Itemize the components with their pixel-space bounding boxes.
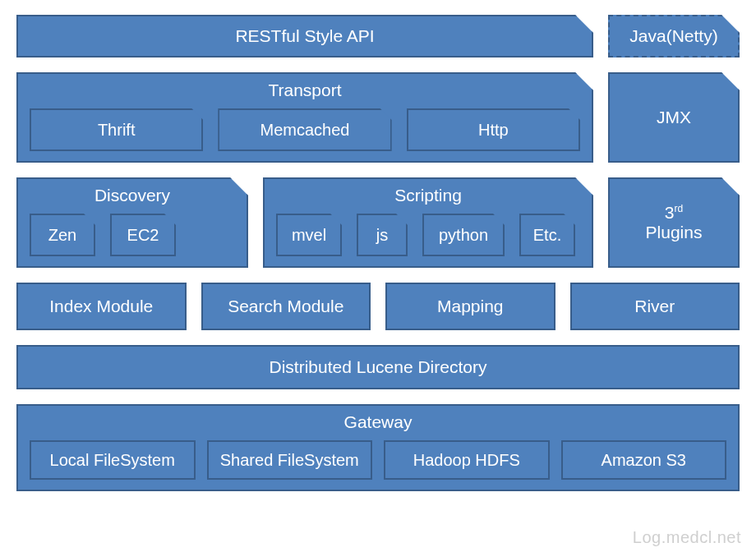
inner-shared-fs: Shared FileSystem	[207, 440, 373, 480]
plugins-line2: Plugins	[646, 223, 703, 242]
row-modules: Index Module Search Module Mapping River	[16, 283, 740, 330]
inner-etc: Etc.	[519, 214, 575, 256]
local-fs-label: Local FileSystem	[50, 451, 175, 470]
plugins-ord: rd	[675, 203, 684, 214]
transport-title: Transport	[30, 80, 580, 100]
etc-label: Etc.	[533, 226, 561, 245]
python-label: python	[439, 226, 488, 245]
inner-zen: Zen	[30, 214, 95, 256]
row-api: RESTful Style API Java(Netty)	[16, 15, 740, 58]
inner-js: js	[357, 214, 408, 256]
block-java-netty: Java(Netty)	[608, 15, 740, 58]
inner-mvel: mvel	[276, 214, 342, 256]
mapping-label: Mapping	[437, 297, 504, 316]
memcached-label: Memcached	[260, 121, 350, 140]
row-distributed: Distributed Lucene Directory	[16, 345, 740, 389]
river-label: River	[634, 297, 675, 316]
mvel-label: mvel	[292, 226, 326, 245]
restful-api-label: RESTful Style API	[235, 26, 374, 46]
inner-local-fs: Local FileSystem	[30, 440, 196, 480]
block-restful-api: RESTful Style API	[16, 15, 593, 58]
container-scripting: Scripting mvel js python Etc.	[263, 177, 593, 268]
inner-python: python	[422, 214, 505, 256]
search-module-label: Search Module	[228, 297, 343, 316]
block-mapping: Mapping	[385, 283, 555, 330]
http-label: Http	[478, 121, 509, 140]
container-gateway: Gateway Local FileSystem Shared FileSyst…	[16, 404, 740, 491]
zen-label: Zen	[48, 226, 76, 245]
transport-items: Thrift Memcached Http	[30, 108, 580, 151]
row-gateway: Gateway Local FileSystem Shared FileSyst…	[16, 404, 740, 491]
gateway-items: Local FileSystem Shared FileSystem Hadoo…	[30, 440, 726, 480]
index-module-label: Index Module	[49, 297, 153, 316]
amazon-s3-label: Amazon S3	[602, 451, 686, 470]
container-discovery: Discovery Zen EC2	[16, 177, 248, 268]
plugins-num: 3	[665, 203, 675, 222]
block-river: River	[570, 283, 740, 330]
block-index-module: Index Module	[16, 283, 187, 330]
inner-ec2: EC2	[110, 214, 176, 256]
discovery-items: Zen EC2	[30, 214, 235, 256]
gateway-title: Gateway	[30, 412, 726, 432]
inner-thrift: Thrift	[30, 108, 203, 151]
discovery-title: Discovery	[30, 186, 235, 205]
thrift-label: Thrift	[98, 121, 136, 140]
plugins-line1: 3rd	[665, 203, 683, 223]
row-discovery-scripting: Discovery Zen EC2 Scripting mvel js pyth…	[16, 177, 740, 268]
inner-memcached: Memcached	[218, 108, 391, 151]
inner-hadoop-hdfs: Hadoop HDFS	[384, 440, 550, 480]
watermark-text: Log.medcl.net	[633, 528, 741, 547]
block-3rd-plugins: 3rd Plugins	[608, 177, 740, 268]
js-label: js	[376, 226, 388, 245]
inner-amazon-s3: Amazon S3	[561, 440, 727, 480]
java-netty-label: Java(Netty)	[629, 26, 717, 46]
scripting-items: mvel js python Etc.	[276, 214, 580, 256]
block-distributed-lucene: Distributed Lucene Directory	[16, 345, 740, 389]
jmx-label: JMX	[657, 108, 691, 127]
scripting-title: Scripting	[276, 186, 580, 205]
distributed-label: Distributed Lucene Directory	[270, 357, 487, 377]
shared-fs-label: Shared FileSystem	[220, 451, 359, 470]
block-jmx: JMX	[608, 72, 740, 163]
block-search-module: Search Module	[201, 283, 371, 330]
container-transport: Transport Thrift Memcached Http	[16, 72, 593, 163]
inner-http: Http	[407, 108, 580, 151]
ec2-label: EC2	[127, 226, 159, 245]
row-transport: Transport Thrift Memcached Http JMX	[16, 72, 740, 163]
hadoop-hdfs-label: Hadoop HDFS	[413, 451, 520, 470]
